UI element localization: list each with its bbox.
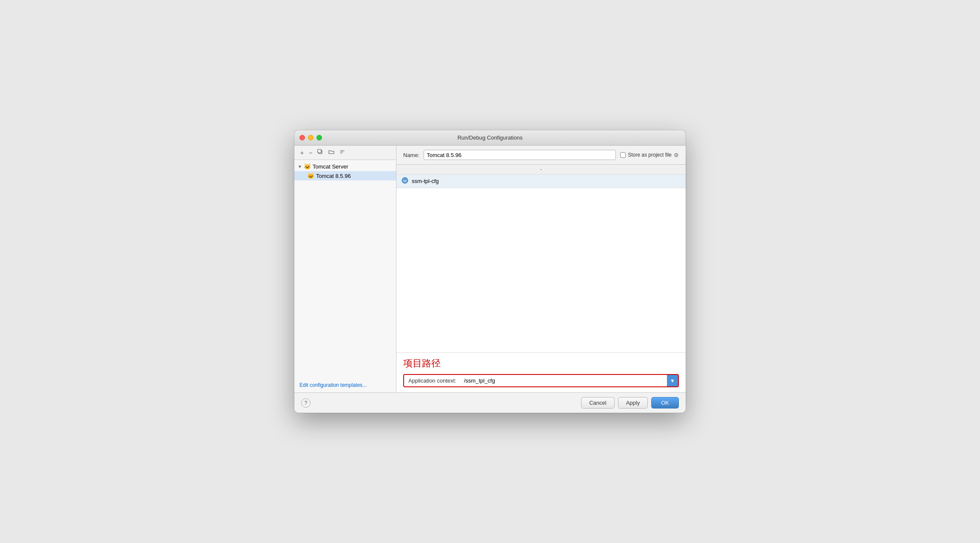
- sort-button[interactable]: [338, 148, 347, 157]
- window-title: Run/Debug Configurations: [457, 134, 522, 141]
- name-label: Name:: [403, 152, 419, 158]
- deployment-section: - W ssm-tpl-cfg 项目路径 Application contex: [396, 165, 686, 392]
- name-input[interactable]: [424, 150, 616, 160]
- tree-child-label: Tomcat 8.5.96: [316, 173, 351, 179]
- titlebar: Run/Debug Configurations: [294, 130, 686, 146]
- project-path-label: 项目路径: [396, 353, 686, 374]
- tomcat-child-icon: 🐱: [307, 172, 314, 179]
- deployment-item-label: ssm-tpl-cfg: [412, 178, 439, 184]
- store-settings-button[interactable]: ⚙: [674, 152, 679, 158]
- app-context-input[interactable]: [461, 375, 667, 386]
- deployment-header: -: [396, 165, 686, 174]
- apply-button[interactable]: Apply: [618, 397, 648, 409]
- artifact-icon: W: [402, 177, 408, 185]
- maximize-button[interactable]: [316, 135, 322, 140]
- store-project-label: Store as project file: [628, 152, 672, 158]
- run-debug-dialog: Run/Debug Configurations + −: [294, 130, 686, 413]
- tree-parent-tomcat[interactable]: ▼ 🐱 Tomcat Server: [294, 162, 396, 171]
- tree-child-tomcat[interactable]: 🐱 Tomcat 8.5.96: [294, 171, 396, 180]
- svg-rect-1: [318, 149, 321, 153]
- app-context-dropdown-button[interactable]: ▼: [667, 375, 678, 386]
- main-content: + −: [294, 146, 686, 392]
- store-project-checkbox[interactable]: [620, 152, 626, 158]
- name-row: Name: Store as project file ⚙: [396, 146, 686, 165]
- traffic-lights: [299, 135, 322, 140]
- app-context-label: Application context:: [404, 375, 461, 386]
- tomcat-icon: 🐱: [304, 163, 311, 170]
- action-buttons: Cancel Apply OK: [581, 397, 679, 409]
- close-button[interactable]: [299, 135, 305, 140]
- tree-area: ▼ 🐱 Tomcat Server 🐱 Tomcat 8.5.96: [294, 160, 396, 378]
- left-panel: + −: [294, 146, 396, 392]
- remove-config-button[interactable]: −: [307, 149, 314, 157]
- chevron-icon: ▼: [298, 164, 302, 169]
- app-context-row: Application context: ▼: [403, 374, 679, 387]
- copy-config-button[interactable]: [316, 148, 325, 157]
- bottom-bar: ? Cancel Apply OK: [294, 392, 686, 413]
- deployment-area: - W ssm-tpl-cfg: [396, 165, 686, 353]
- deployment-item[interactable]: W ssm-tpl-cfg: [396, 174, 686, 188]
- folder-button[interactable]: [327, 148, 336, 157]
- store-project-row: Store as project file ⚙: [620, 152, 679, 158]
- toolbar: + −: [294, 146, 396, 160]
- ok-button[interactable]: OK: [651, 397, 679, 409]
- cancel-button[interactable]: Cancel: [581, 397, 614, 409]
- edit-templates-link[interactable]: Edit configuration templates...: [294, 378, 396, 392]
- right-panel: Name: Store as project file ⚙ -: [396, 146, 686, 392]
- help-button[interactable]: ?: [301, 398, 311, 408]
- add-config-button[interactable]: +: [299, 149, 305, 157]
- svg-text:W: W: [403, 179, 407, 183]
- minimize-button[interactable]: [308, 135, 313, 140]
- tree-parent-label: Tomcat Server: [313, 163, 348, 170]
